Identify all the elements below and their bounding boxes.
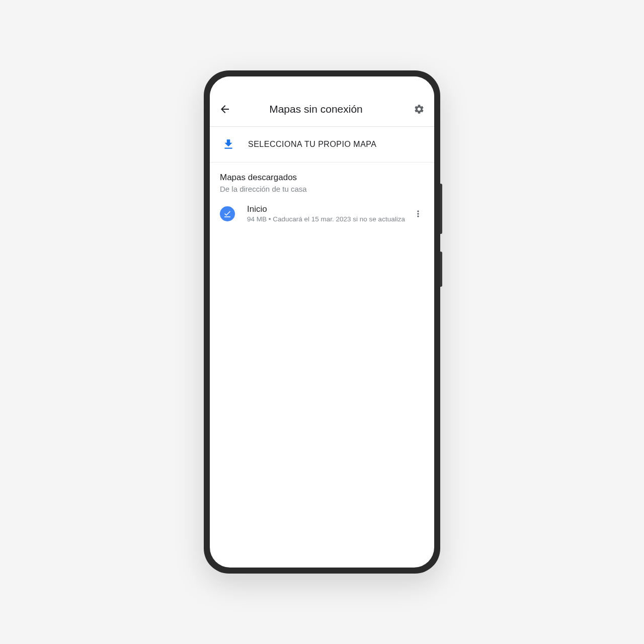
select-own-map-button[interactable]: SELECCIONA TU PROPIO MAPA [210,127,434,163]
map-item[interactable]: Inicio 94 MB • Caducará el 15 mar. 2023 … [210,195,434,232]
downloaded-maps-title: Mapas descargados [220,173,424,183]
download-icon [222,138,235,151]
downloaded-maps-subtitle: De la dirección de tu casa [220,185,424,193]
svg-rect-0 [224,216,230,217]
status-bar [210,76,434,92]
map-name: Inicio [247,204,412,214]
app-header: Mapas sin conexión [210,92,434,127]
map-info: Inicio 94 MB • Caducará el 15 mar. 2023 … [247,204,412,223]
page-title: Mapas sin conexión [219,103,413,115]
phone-power-button [440,252,442,287]
more-vert-icon [413,209,423,219]
phone-frame: Mapas sin conexión SELECCIONA TU PROPIO … [204,70,440,574]
select-own-map-label: SELECCIONA TU PROPIO MAPA [248,140,377,149]
phone-screen: Mapas sin conexión SELECCIONA TU PROPIO … [210,76,434,568]
settings-button[interactable] [413,103,425,115]
check-underline-icon [220,206,235,221]
downloaded-maps-header: Mapas descargados De la dirección de tu … [210,163,434,195]
phone-volume-button [440,184,442,234]
more-options-button[interactable] [412,208,424,220]
map-details: 94 MB • Caducará el 15 mar. 2023 si no s… [247,215,412,223]
gear-icon [414,104,425,115]
